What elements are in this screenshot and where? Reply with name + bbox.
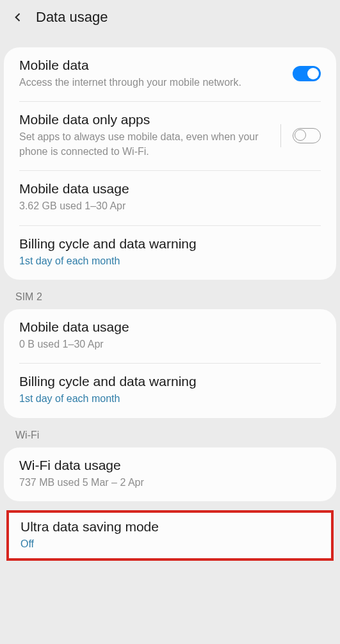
item-billing-cycle-1[interactable]: Billing cycle and data warning 1st day o… <box>4 226 336 280</box>
sim2-mobile-data-usage-title: Mobile data usage <box>19 319 321 335</box>
mobile-data-only-apps-toggle[interactable] <box>293 128 321 143</box>
wifi-data-usage-title: Wi-Fi data usage <box>19 458 321 473</box>
mobile-data-only-apps-subtitle: Set apps to always use mobile data, even… <box>19 130 269 159</box>
mobile-data-toggle[interactable] <box>293 66 321 81</box>
mobile-data-title: Mobile data <box>19 58 281 73</box>
billing-cycle-title-1: Billing cycle and data warning <box>19 236 321 252</box>
toggle-divider <box>280 124 281 147</box>
mobile-data-subtitle: Access the internet through your mobile … <box>19 76 281 90</box>
sim2-mobile-data-usage-subtitle: 0 B used 1–30 Apr <box>19 337 321 351</box>
billing-cycle-title-2: Billing cycle and data warning <box>19 374 321 389</box>
highlight-ultra-data-saving: Ultra data saving mode Off <box>6 510 334 560</box>
billing-cycle-subtitle-1: 1st day of each month <box>19 254 321 268</box>
item-ultra-data-saving[interactable]: Ultra data saving mode Off <box>9 513 331 558</box>
ultra-data-saving-title: Ultra data saving mode <box>20 519 320 535</box>
back-icon[interactable] <box>12 11 24 24</box>
item-mobile-data-usage[interactable]: Mobile data usage 3.62 GB used 1–30 Apr <box>4 171 336 225</box>
item-billing-cycle-2[interactable]: Billing cycle and data warning 1st day o… <box>4 364 336 417</box>
item-mobile-data-only-apps[interactable]: Mobile data only apps Set apps to always… <box>4 102 336 170</box>
section-sim1: Mobile data Access the internet through … <box>4 47 336 280</box>
item-sim2-mobile-data-usage[interactable]: Mobile data usage 0 B used 1–30 Apr <box>4 309 336 363</box>
page-title: Data usage <box>36 9 108 26</box>
wifi-data-usage-subtitle: 737 MB used 5 Mar – 2 Apr <box>19 476 321 490</box>
section-sim2: Mobile data usage 0 B used 1–30 Apr Bill… <box>4 309 336 418</box>
header: Data usage <box>0 0 340 32</box>
section-wifi: Wi-Fi data usage 737 MB used 5 Mar – 2 A… <box>4 447 336 501</box>
mobile-data-usage-title: Mobile data usage <box>19 181 321 197</box>
billing-cycle-subtitle-2: 1st day of each month <box>19 392 321 406</box>
section-label-wifi: Wi-Fi <box>0 418 340 447</box>
item-mobile-data[interactable]: Mobile data Access the internet through … <box>4 47 336 101</box>
mobile-data-only-apps-title: Mobile data only apps <box>19 112 269 127</box>
mobile-data-usage-subtitle: 3.62 GB used 1–30 Apr <box>19 199 321 213</box>
section-label-sim2: SIM 2 <box>0 280 340 309</box>
ultra-data-saving-subtitle: Off <box>20 537 320 551</box>
item-wifi-data-usage[interactable]: Wi-Fi data usage 737 MB used 5 Mar – 2 A… <box>4 447 336 501</box>
